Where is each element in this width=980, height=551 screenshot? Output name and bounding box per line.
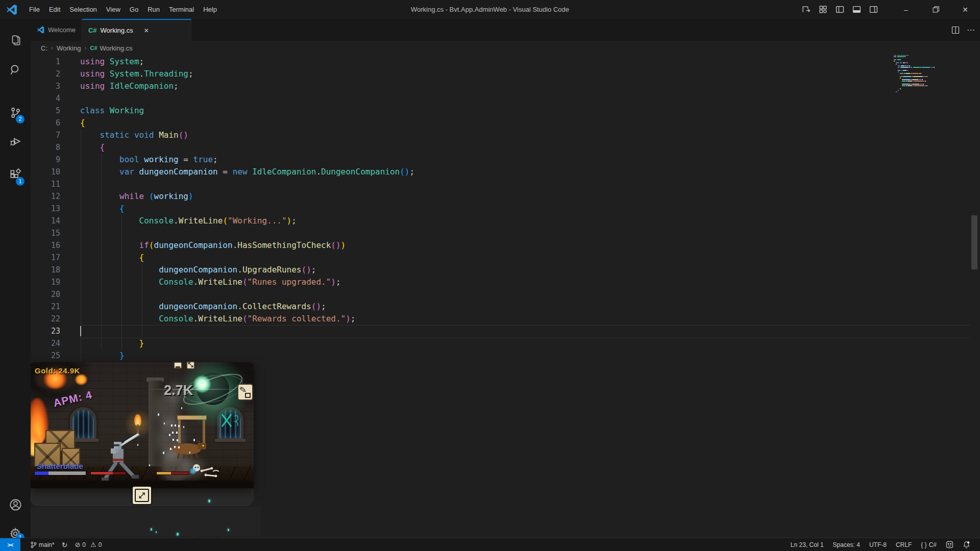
close-button[interactable]: ✕ [950, 0, 980, 19]
menu-terminal[interactable]: Terminal [164, 4, 199, 15]
extensions-icon[interactable] [0, 163, 31, 187]
code-line[interactable]: 20 [31, 288, 980, 300]
split-editor-icon[interactable] [951, 26, 960, 34]
code-line[interactable]: 6{ [31, 117, 980, 129]
code-line[interactable]: 23 [31, 325, 980, 337]
menu-edit[interactable]: Edit [44, 4, 65, 15]
particle [163, 452, 164, 454]
sync-item[interactable]: ↻ [58, 538, 71, 551]
branch-icon [30, 541, 37, 548]
overlay-popout-icon[interactable] [186, 361, 195, 369]
git-branch-item[interactable]: main* [27, 538, 58, 551]
explorer-icon[interactable] [0, 28, 31, 53]
breadcrumb-file[interactable]: Working.cs [100, 44, 133, 52]
problems-item[interactable]: ⊘ 0 ⚠ 0 [71, 538, 105, 551]
line-number: 13 [31, 203, 60, 215]
remote-indicator[interactable]: >< [0, 538, 20, 551]
hp-bar [34, 471, 86, 475]
line-number: 25 [31, 349, 60, 362]
code-line[interactable]: 10 var dungeonCompanion = new IdleCompan… [31, 166, 980, 178]
particle [183, 426, 184, 428]
code-line[interactable]: 14 Console.WriteLine("Working..."); [31, 215, 980, 227]
code-line[interactable]: 9 bool working = true; [31, 154, 980, 166]
line-number: 15 [31, 227, 60, 239]
overlay-edit-button[interactable]: ✎ [237, 384, 253, 400]
code-line[interactable]: 5class Working [31, 105, 980, 117]
code-line[interactable]: 4 [31, 92, 980, 105]
fullscreen-expand-button[interactable]: ⤢ [132, 486, 152, 505]
code-line[interactable]: 18 dungeonCompanion.UpgradeRunes(); [31, 264, 980, 276]
cursor-position-item[interactable]: Ln 23, Col 1 [786, 538, 828, 551]
damage-dot [171, 424, 173, 427]
breadcrumb: C: › Working › C# Working.cs [31, 41, 980, 55]
code-line[interactable]: 2using System.Threading; [31, 68, 980, 80]
search-icon[interactable] [0, 58, 31, 82]
minimize-button[interactable]: – [891, 0, 921, 19]
indent-guide [101, 154, 102, 349]
code-line[interactable]: 21 dungeonCompanion.CollectRewards(); [31, 300, 980, 313]
editor-scrollbar[interactable] [971, 215, 977, 269]
code-line[interactable]: 8 { [31, 141, 980, 154]
code-line[interactable]: 25 } [31, 349, 980, 362]
code-text [60, 227, 80, 239]
menu-view[interactable]: View [102, 4, 125, 15]
toggle-sidebar-icon[interactable] [836, 5, 844, 14]
particle [177, 533, 179, 536]
tab-welcome[interactable]: Welcome [31, 19, 82, 41]
toggle-panel-icon[interactable] [852, 5, 861, 14]
menu-run[interactable]: Run [143, 4, 164, 15]
overlay-window-icon[interactable] [174, 362, 182, 369]
code-line[interactable]: 3using IdleCompanion; [31, 80, 980, 92]
code-text [60, 325, 80, 337]
tab-close-icon[interactable]: ✕ [144, 27, 149, 34]
code-line[interactable]: 12 while (working) [31, 190, 980, 203]
enemy-creature [167, 438, 210, 459]
run-debug-icon[interactable] [0, 129, 31, 154]
vscode-file-icon [37, 26, 44, 34]
layout-grid-icon[interactable] [819, 5, 827, 14]
eol-item[interactable]: CRLF [891, 538, 916, 551]
menu-help[interactable]: Help [199, 4, 222, 15]
menu-file[interactable]: File [24, 4, 44, 15]
code-line[interactable]: 7 static void Main() [31, 129, 980, 141]
title-bar-actions [802, 5, 878, 14]
particle [149, 464, 150, 466]
minimap[interactable] [894, 53, 960, 93]
notifications-item[interactable] [958, 538, 975, 551]
game-overlay-shadow [30, 507, 261, 537]
editor-more-actions-icon[interactable]: ⋯ [967, 25, 975, 35]
restore-button[interactable] [921, 0, 950, 19]
bell-icon [963, 541, 970, 548]
indentation-item[interactable]: Spaces: 4 [828, 538, 865, 551]
breadcrumb-drive[interactable]: C: [41, 44, 47, 52]
code-line[interactable]: 13 { [31, 203, 980, 215]
source-control-icon[interactable] [0, 101, 31, 125]
toggle-secondary-sidebar-icon[interactable] [869, 5, 878, 14]
code-line[interactable]: 19 Console.WriteLine("Runes upgraded."); [31, 276, 980, 288]
particle [137, 444, 138, 446]
damage-dot [176, 432, 178, 434]
feedback-smiley-item[interactable] [941, 538, 958, 551]
hp-bar [90, 471, 126, 475]
language-mode-item[interactable]: { }C# [916, 538, 941, 551]
account-icon[interactable] [0, 492, 31, 517]
code-line[interactable]: 17 { [31, 252, 980, 264]
code-line[interactable]: 22 Console.WriteLine("Rewards collected.… [31, 313, 980, 325]
tab-working-cs[interactable]: C# Working.cs ✕ [82, 19, 191, 41]
encoding-item[interactable]: UTF-8 [865, 538, 891, 551]
code-line[interactable]: 1using System; [31, 56, 980, 68]
code-line[interactable]: 15 [31, 227, 980, 239]
game-overlay[interactable]: Gold: 24.9K APM: 4 2.7K Shatterblade ❄ ✎… [30, 362, 254, 488]
damage-dot [178, 446, 180, 448]
breadcrumb-folder[interactable]: Working [57, 44, 81, 52]
code-line[interactable]: 24 } [31, 337, 980, 349]
particle [193, 439, 195, 441]
code-line[interactable]: 16 if(dungeonCompanion.HasSomethingToChe… [31, 239, 980, 252]
warnings-count: 0 [99, 541, 102, 548]
damage-number: 2.7K [164, 383, 193, 398]
menu-selection[interactable]: Selection [65, 4, 101, 15]
status-bar: >< main* ↻ ⊘ 0 ⚠ 0 Ln 23, Col 1 Spaces: … [0, 538, 980, 551]
code-line[interactable]: 11 [31, 178, 980, 190]
cast-icon[interactable] [802, 5, 811, 14]
menu-go[interactable]: Go [125, 4, 143, 15]
